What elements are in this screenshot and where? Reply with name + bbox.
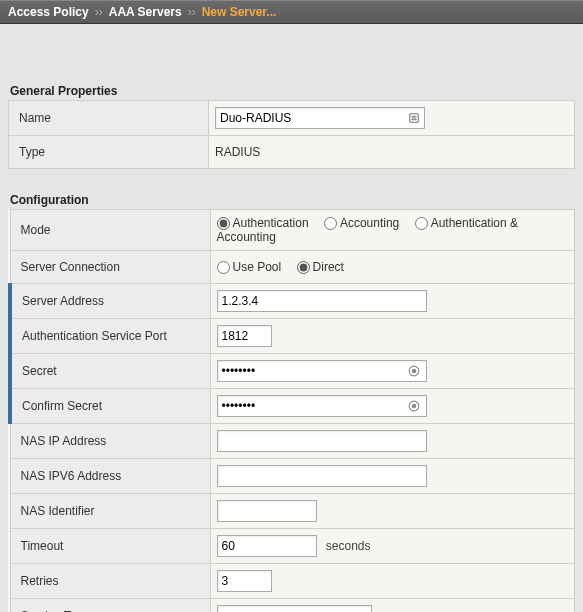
nas-ipv6-address-label: NAS IPV6 Address [10, 459, 210, 494]
retries-label: Retries [10, 564, 210, 599]
section-title-general-properties: General Properties [10, 84, 575, 98]
section-title-configuration: Configuration [10, 193, 575, 207]
general-properties-table: Name Type RADIUS [8, 100, 575, 169]
name-label: Name [9, 101, 209, 136]
nas-identifier-label: NAS Identifier [10, 494, 210, 529]
server-connection-label: Server Connection [10, 251, 210, 284]
type-label: Type [9, 136, 209, 169]
auth-service-port-label: Authentication Service Port [10, 319, 210, 354]
breadcrumb-seg-access-policy[interactable]: Access Policy [8, 5, 89, 19]
nas-ip-address-label: NAS IP Address [10, 424, 210, 459]
server-connection-radio-direct[interactable]: Direct [297, 260, 344, 274]
breadcrumb-separator: ›› [188, 5, 196, 19]
breadcrumb-separator: ›› [95, 5, 103, 19]
retries-input[interactable] [217, 570, 272, 592]
server-address-label: Server Address [10, 284, 210, 319]
timeout-input[interactable] [217, 535, 317, 557]
mode-label: Mode [10, 210, 210, 251]
reveal-password-icon[interactable] [407, 364, 421, 378]
server-connection-radio-pool[interactable]: Use Pool [217, 260, 282, 274]
nas-identifier-input[interactable] [217, 500, 317, 522]
nas-ip-address-input[interactable] [217, 430, 427, 452]
name-input[interactable] [215, 107, 425, 129]
timeout-unit-label: seconds [326, 539, 371, 553]
server-connection-radio-pool-input[interactable] [217, 261, 230, 274]
nas-ipv6-address-input[interactable] [217, 465, 427, 487]
configuration-table: Mode Authentication Accounting Authentic… [8, 209, 575, 612]
type-value: RADIUS [209, 136, 575, 169]
mode-radio-authentication[interactable]: Authentication [217, 216, 309, 230]
breadcrumb: Access Policy ›› AAA Servers ›› New Serv… [0, 0, 583, 24]
server-connection-radio-direct-input[interactable] [297, 261, 310, 274]
service-type-label: Service Type [10, 599, 210, 612]
list-select-icon[interactable] [407, 111, 421, 125]
auth-service-port-input[interactable] [217, 325, 272, 347]
mode-radio-auth-accounting-input[interactable] [415, 217, 428, 230]
mode-radio-accounting[interactable]: Accounting [324, 216, 399, 230]
mode-radio-authentication-input[interactable] [217, 217, 230, 230]
confirm-secret-input[interactable] [217, 395, 427, 417]
server-address-input[interactable] [217, 290, 427, 312]
svg-point-7 [412, 405, 416, 409]
secret-input[interactable] [217, 360, 427, 382]
service-type-select[interactable]: Default [217, 605, 372, 612]
breadcrumb-seg-aaa-servers[interactable]: AAA Servers [109, 5, 182, 19]
breadcrumb-seg-new-server: New Server... [202, 5, 277, 19]
svg-point-5 [412, 370, 416, 374]
confirm-secret-label: Confirm Secret [10, 389, 210, 424]
mode-radio-accounting-input[interactable] [324, 217, 337, 230]
secret-label: Secret [10, 354, 210, 389]
reveal-password-icon[interactable] [407, 399, 421, 413]
timeout-label: Timeout [10, 529, 210, 564]
